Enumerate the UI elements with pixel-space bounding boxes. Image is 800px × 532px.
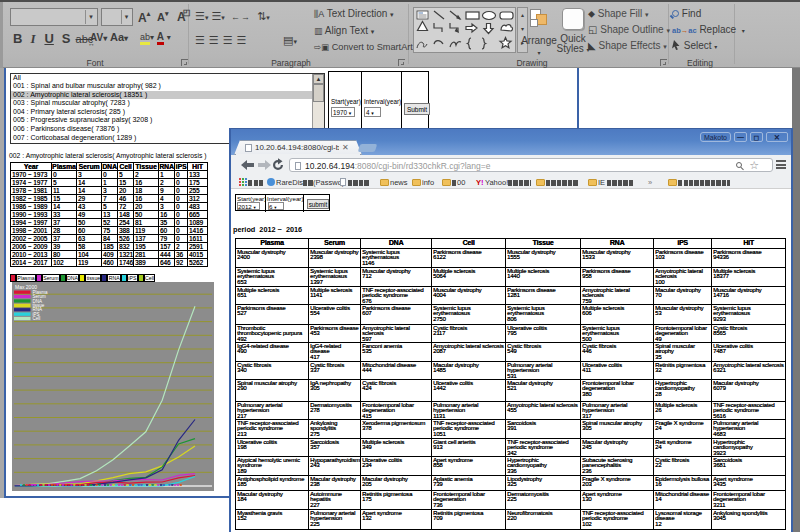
svg-text:Cell: Cell [33, 316, 41, 321]
